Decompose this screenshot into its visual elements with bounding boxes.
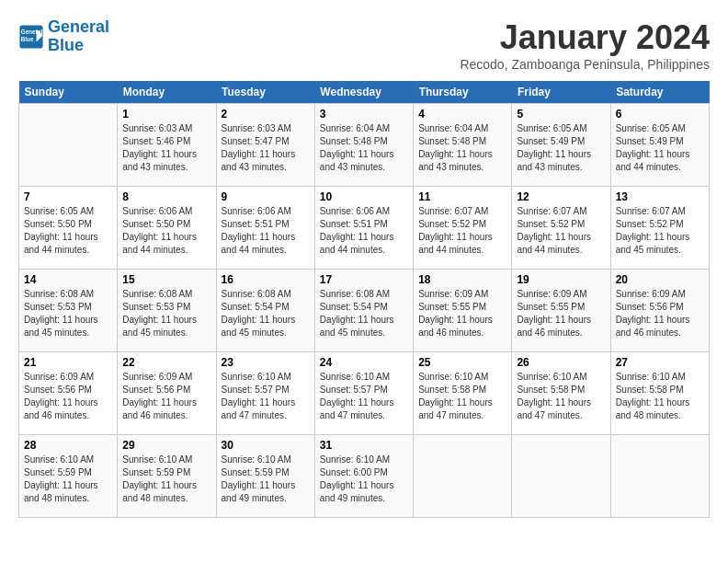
weekday-wednesday: Wednesday	[314, 81, 413, 104]
day-info: Sunrise: 6:10 AM Sunset: 5:58 PM Dayligh…	[616, 371, 704, 422]
calendar-cell: 5Sunrise: 6:05 AM Sunset: 5:49 PM Daylig…	[512, 104, 610, 187]
calendar-cell: 29Sunrise: 6:10 AM Sunset: 5:59 PM Dayli…	[118, 435, 216, 518]
day-number: 18	[418, 273, 506, 286]
day-number: 31	[320, 439, 408, 452]
calendar-cell: 25Sunrise: 6:10 AM Sunset: 5:58 PM Dayli…	[414, 352, 512, 435]
day-info: Sunrise: 6:08 AM Sunset: 5:53 PM Dayligh…	[122, 288, 210, 339]
day-number: 14	[24, 273, 112, 286]
svg-text:General: General	[21, 29, 43, 35]
calendar-cell: 13Sunrise: 6:07 AM Sunset: 5:52 PM Dayli…	[610, 187, 709, 270]
calendar-cell: 6Sunrise: 6:05 AM Sunset: 5:49 PM Daylig…	[610, 104, 709, 187]
calendar-cell: 10Sunrise: 6:06 AM Sunset: 5:51 PM Dayli…	[314, 187, 413, 270]
day-info: Sunrise: 6:08 AM Sunset: 5:53 PM Dayligh…	[24, 288, 112, 339]
day-info: Sunrise: 6:09 AM Sunset: 5:56 PM Dayligh…	[24, 371, 112, 422]
day-info: Sunrise: 6:10 AM Sunset: 5:57 PM Dayligh…	[222, 371, 310, 422]
calendar-cell: 12Sunrise: 6:07 AM Sunset: 5:52 PM Dayli…	[512, 187, 610, 270]
day-info: Sunrise: 6:10 AM Sunset: 5:59 PM Dayligh…	[222, 454, 310, 505]
week-row-4: 21Sunrise: 6:09 AM Sunset: 5:56 PM Dayli…	[19, 352, 710, 435]
weekday-thursday: Thursday	[414, 81, 512, 104]
calendar-cell: 1Sunrise: 6:03 AM Sunset: 5:46 PM Daylig…	[118, 104, 216, 187]
day-number: 23	[222, 356, 310, 369]
day-number: 1	[122, 108, 210, 121]
day-info: Sunrise: 6:09 AM Sunset: 5:55 PM Dayligh…	[418, 288, 506, 339]
calendar-cell: 16Sunrise: 6:08 AM Sunset: 5:54 PM Dayli…	[216, 270, 314, 352]
calendar-table: SundayMondayTuesdayWednesdayThursdayFrid…	[18, 81, 710, 518]
week-row-3: 14Sunrise: 6:08 AM Sunset: 5:53 PM Dayli…	[19, 270, 710, 352]
calendar-cell: 28Sunrise: 6:10 AM Sunset: 5:59 PM Dayli…	[19, 435, 118, 518]
calendar-title: January 2024	[460, 18, 710, 57]
day-info: Sunrise: 6:08 AM Sunset: 5:54 PM Dayligh…	[320, 288, 408, 339]
calendar-cell: 7Sunrise: 6:05 AM Sunset: 5:50 PM Daylig…	[19, 187, 118, 270]
day-number: 13	[616, 190, 704, 203]
page-header: General Blue General Blue January 2024 R…	[18, 18, 710, 72]
day-info: Sunrise: 6:04 AM Sunset: 5:48 PM Dayligh…	[418, 122, 506, 174]
day-info: Sunrise: 6:07 AM Sunset: 5:52 PM Dayligh…	[517, 205, 605, 257]
day-number: 16	[222, 273, 310, 286]
weekday-header-row: SundayMondayTuesdayWednesdayThursdayFrid…	[19, 81, 710, 104]
calendar-cell: 19Sunrise: 6:09 AM Sunset: 5:55 PM Dayli…	[512, 270, 610, 352]
day-info: Sunrise: 6:07 AM Sunset: 5:52 PM Dayligh…	[616, 205, 704, 257]
day-number: 12	[517, 190, 605, 203]
week-row-5: 28Sunrise: 6:10 AM Sunset: 5:59 PM Dayli…	[19, 435, 710, 518]
day-number: 26	[517, 356, 605, 369]
day-number: 10	[320, 190, 408, 203]
day-number: 21	[24, 356, 112, 369]
weekday-friday: Friday	[512, 81, 610, 104]
day-info: Sunrise: 6:09 AM Sunset: 5:56 PM Dayligh…	[616, 288, 704, 339]
day-info: Sunrise: 6:10 AM Sunset: 5:59 PM Dayligh…	[24, 454, 112, 505]
calendar-cell: 9Sunrise: 6:06 AM Sunset: 5:51 PM Daylig…	[216, 187, 314, 270]
day-info: Sunrise: 6:04 AM Sunset: 5:48 PM Dayligh…	[320, 122, 408, 174]
weekday-sunday: Sunday	[19, 81, 118, 104]
calendar-cell: 24Sunrise: 6:10 AM Sunset: 5:57 PM Dayli…	[314, 352, 413, 435]
day-number: 24	[320, 356, 408, 369]
day-number: 30	[222, 439, 310, 452]
day-info: Sunrise: 6:07 AM Sunset: 5:52 PM Dayligh…	[418, 205, 506, 257]
weekday-tuesday: Tuesday	[216, 81, 314, 104]
day-number: 7	[24, 190, 112, 203]
calendar-subtitle: Recodo, Zamboanga Peninsula, Philippines	[460, 57, 710, 72]
day-number: 6	[616, 108, 704, 121]
day-info: Sunrise: 6:06 AM Sunset: 5:51 PM Dayligh…	[222, 205, 310, 257]
calendar-cell	[512, 435, 610, 518]
day-number: 29	[122, 439, 210, 452]
calendar-cell: 11Sunrise: 6:07 AM Sunset: 5:52 PM Dayli…	[414, 187, 512, 270]
day-info: Sunrise: 6:09 AM Sunset: 5:55 PM Dayligh…	[517, 288, 605, 339]
logo-text: General Blue	[48, 18, 109, 55]
day-info: Sunrise: 6:05 AM Sunset: 5:50 PM Dayligh…	[24, 205, 112, 257]
day-info: Sunrise: 6:10 AM Sunset: 5:58 PM Dayligh…	[517, 371, 605, 422]
calendar-cell: 8Sunrise: 6:06 AM Sunset: 5:50 PM Daylig…	[118, 187, 216, 270]
day-number: 8	[122, 190, 210, 203]
day-number: 20	[616, 273, 704, 286]
day-number: 2	[222, 108, 310, 121]
day-info: Sunrise: 6:03 AM Sunset: 5:47 PM Dayligh…	[222, 122, 310, 174]
day-info: Sunrise: 6:08 AM Sunset: 5:54 PM Dayligh…	[222, 288, 310, 339]
calendar-cell	[19, 104, 118, 187]
day-number: 22	[122, 356, 210, 369]
day-info: Sunrise: 6:05 AM Sunset: 5:49 PM Dayligh…	[517, 122, 605, 174]
title-block: January 2024 Recodo, Zamboanga Peninsula…	[460, 18, 710, 72]
day-number: 28	[24, 439, 112, 452]
calendar-cell: 22Sunrise: 6:09 AM Sunset: 5:56 PM Dayli…	[118, 352, 216, 435]
day-info: Sunrise: 6:06 AM Sunset: 5:51 PM Dayligh…	[320, 205, 408, 257]
calendar-cell: 30Sunrise: 6:10 AM Sunset: 5:59 PM Dayli…	[216, 435, 314, 518]
day-info: Sunrise: 6:10 AM Sunset: 5:58 PM Dayligh…	[418, 371, 506, 422]
day-info: Sunrise: 6:05 AM Sunset: 5:49 PM Dayligh…	[616, 122, 704, 174]
day-info: Sunrise: 6:10 AM Sunset: 5:57 PM Dayligh…	[320, 371, 408, 422]
calendar-cell: 26Sunrise: 6:10 AM Sunset: 5:58 PM Dayli…	[512, 352, 610, 435]
day-number: 11	[418, 190, 506, 203]
week-row-2: 7Sunrise: 6:05 AM Sunset: 5:50 PM Daylig…	[19, 187, 710, 270]
calendar-cell: 15Sunrise: 6:08 AM Sunset: 5:53 PM Dayli…	[118, 270, 216, 352]
calendar-cell: 4Sunrise: 6:04 AM Sunset: 5:48 PM Daylig…	[414, 104, 512, 187]
calendar-cell: 21Sunrise: 6:09 AM Sunset: 5:56 PM Dayli…	[19, 352, 118, 435]
weekday-saturday: Saturday	[610, 81, 709, 104]
day-number: 4	[418, 108, 506, 121]
calendar-cell	[414, 435, 512, 518]
day-info: Sunrise: 6:09 AM Sunset: 5:56 PM Dayligh…	[122, 371, 210, 422]
day-number: 9	[222, 190, 310, 203]
calendar-cell: 31Sunrise: 6:10 AM Sunset: 6:00 PM Dayli…	[314, 435, 413, 518]
calendar-cell	[610, 435, 709, 518]
svg-text:Blue: Blue	[21, 36, 34, 42]
day-info: Sunrise: 6:10 AM Sunset: 6:00 PM Dayligh…	[320, 454, 408, 505]
day-info: Sunrise: 6:03 AM Sunset: 5:46 PM Dayligh…	[122, 122, 210, 174]
day-info: Sunrise: 6:10 AM Sunset: 5:59 PM Dayligh…	[122, 454, 210, 505]
